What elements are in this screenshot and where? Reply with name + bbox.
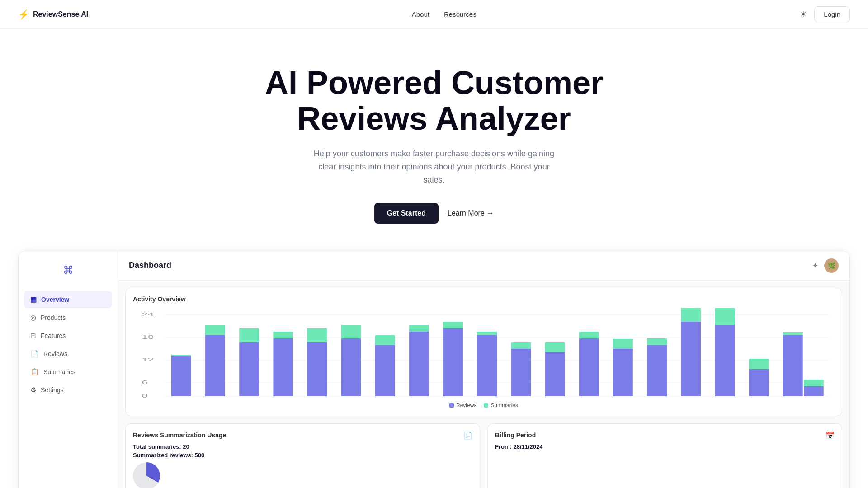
billing-card-title: Billing Period bbox=[495, 432, 536, 439]
dashboard-main: Dashboard ✦ 🌿 Activity Overview 24 18 12… bbox=[118, 251, 849, 488]
svg-text:0: 0 bbox=[142, 394, 147, 399]
chart-legend: Reviews Summaries bbox=[133, 402, 835, 408]
svg-rect-21 bbox=[341, 325, 361, 338]
nav-right: ☀ Login bbox=[800, 6, 850, 22]
svg-rect-25 bbox=[409, 325, 429, 332]
nav-links: About Resources bbox=[412, 10, 476, 18]
summaries-icon: 📋 bbox=[30, 368, 39, 376]
legend-reviews-label: Reviews bbox=[456, 402, 476, 408]
svg-rect-28 bbox=[477, 335, 497, 396]
svg-text:12: 12 bbox=[142, 357, 154, 362]
svg-text:24: 24 bbox=[142, 312, 154, 317]
svg-rect-44 bbox=[749, 369, 769, 396]
summarized-reviews-value: 500 bbox=[195, 452, 205, 459]
summarized-reviews-label: Summarized reviews: bbox=[133, 452, 193, 459]
svg-rect-43 bbox=[715, 308, 735, 325]
theme-toggle[interactable]: ☀ bbox=[800, 9, 807, 19]
dashboard-preview: ⌘ ▦ Overview ◎ Products ⊟ Features 📄 Rev… bbox=[18, 251, 850, 488]
billing-card-header: Billing Period 📅 bbox=[495, 431, 835, 440]
legend-summaries-dot bbox=[484, 403, 488, 408]
svg-rect-41 bbox=[681, 308, 701, 322]
sun-icon: ☀ bbox=[800, 10, 807, 19]
sidebar-item-overview-label: Overview bbox=[41, 296, 69, 303]
dashboard-title: Dashboard bbox=[129, 261, 171, 270]
svg-rect-38 bbox=[647, 345, 667, 396]
sidebar-item-products[interactable]: ◎ Products bbox=[24, 309, 112, 326]
dashboard-settings-icon[interactable]: ✦ bbox=[812, 261, 819, 271]
sidebar-item-summaries[interactable]: 📋 Summaries bbox=[24, 363, 112, 380]
svg-rect-45 bbox=[749, 359, 769, 369]
hero-actions: Get Started Learn More → bbox=[374, 203, 494, 224]
svg-rect-37 bbox=[613, 339, 633, 349]
total-summaries-label: Total summaries: bbox=[133, 443, 181, 450]
sidebar-item-products-label: Products bbox=[41, 314, 66, 321]
svg-rect-23 bbox=[375, 335, 395, 345]
usage-card: Reviews Summarization Usage 📄 Total summ… bbox=[125, 423, 480, 488]
total-summaries-stat: Total summaries: 20 bbox=[133, 443, 472, 450]
login-button[interactable]: Login bbox=[814, 6, 850, 22]
svg-rect-35 bbox=[579, 332, 599, 338]
logo[interactable]: ⚡ ReviewSense AI bbox=[18, 9, 88, 20]
summarized-reviews-stat: Summarized reviews: 500 bbox=[133, 452, 472, 459]
products-icon: ◎ bbox=[30, 314, 36, 322]
usage-pie-chart bbox=[133, 462, 160, 488]
svg-rect-27 bbox=[443, 322, 463, 328]
svg-rect-10 bbox=[171, 356, 191, 396]
svg-rect-49 bbox=[804, 380, 824, 386]
svg-rect-32 bbox=[545, 352, 565, 396]
usage-card-title: Reviews Summarization Usage bbox=[133, 432, 226, 439]
svg-text:18: 18 bbox=[142, 335, 154, 340]
billing-card: Billing Period 📅 From: 28/11/2024 bbox=[487, 423, 842, 488]
svg-rect-11 bbox=[171, 355, 191, 356]
get-started-button[interactable]: Get Started bbox=[374, 203, 439, 224]
dashboard-header: Dashboard ✦ 🌿 bbox=[118, 251, 849, 281]
logo-icon: ⚡ bbox=[18, 9, 29, 20]
svg-rect-30 bbox=[511, 349, 531, 396]
bottom-cards: Reviews Summarization Usage 📄 Total summ… bbox=[125, 423, 842, 488]
billing-from-stat: From: 28/11/2024 bbox=[495, 443, 835, 450]
sidebar-item-reviews[interactable]: 📄 Reviews bbox=[24, 345, 112, 362]
dashboard-header-right: ✦ 🌿 bbox=[812, 258, 839, 273]
activity-chart: 24 18 12 6 0 bbox=[133, 308, 835, 399]
avatar-image: 🌿 bbox=[828, 262, 835, 269]
billing-from-label: From: bbox=[495, 443, 512, 450]
svg-rect-39 bbox=[647, 338, 667, 345]
svg-rect-15 bbox=[239, 328, 259, 342]
total-summaries-value: 20 bbox=[183, 443, 189, 450]
svg-rect-47 bbox=[783, 332, 803, 335]
features-icon: ⊟ bbox=[30, 332, 36, 340]
billing-from-value: 28/11/2024 bbox=[513, 443, 542, 450]
sidebar-item-summaries-label: Summaries bbox=[43, 368, 75, 375]
svg-rect-42 bbox=[715, 325, 735, 396]
sidebar-item-settings-label: Settings bbox=[41, 386, 64, 394]
svg-rect-24 bbox=[409, 332, 429, 396]
sidebar-logo-icon: ⌘ bbox=[59, 260, 77, 280]
user-avatar[interactable]: 🌿 bbox=[824, 258, 839, 273]
nav-about[interactable]: About bbox=[412, 10, 429, 18]
svg-rect-19 bbox=[307, 328, 327, 342]
app-name: ReviewSense AI bbox=[33, 10, 88, 19]
svg-rect-46 bbox=[783, 335, 803, 396]
learn-more-button[interactable]: Learn More → bbox=[448, 209, 494, 217]
hero-section: AI Powered Customer Reviews Analyzer Hel… bbox=[0, 29, 868, 251]
settings-icon: ⚙ bbox=[30, 386, 36, 394]
activity-chart-card: Activity Overview 24 18 12 6 0 bbox=[125, 288, 842, 416]
svg-rect-17 bbox=[273, 332, 293, 338]
svg-rect-13 bbox=[205, 325, 225, 335]
sidebar-item-overview[interactable]: ▦ Overview bbox=[24, 291, 112, 308]
hero-title: AI Powered Customer Reviews Analyzer bbox=[231, 65, 637, 136]
svg-rect-18 bbox=[307, 342, 327, 396]
sidebar-item-features-label: Features bbox=[41, 332, 66, 339]
svg-rect-12 bbox=[205, 335, 225, 396]
svg-rect-22 bbox=[375, 345, 395, 396]
chart-title: Activity Overview bbox=[133, 296, 835, 303]
nav-resources[interactable]: Resources bbox=[444, 10, 476, 18]
svg-rect-33 bbox=[545, 342, 565, 352]
sidebar-item-settings[interactable]: ⚙ Settings bbox=[24, 381, 112, 399]
svg-rect-34 bbox=[579, 338, 599, 396]
sidebar-item-features[interactable]: ⊟ Features bbox=[24, 327, 112, 344]
svg-rect-40 bbox=[681, 322, 701, 396]
svg-rect-14 bbox=[239, 342, 259, 396]
sidebar: ⌘ ▦ Overview ◎ Products ⊟ Features 📄 Rev… bbox=[19, 251, 118, 488]
svg-rect-20 bbox=[341, 338, 361, 396]
